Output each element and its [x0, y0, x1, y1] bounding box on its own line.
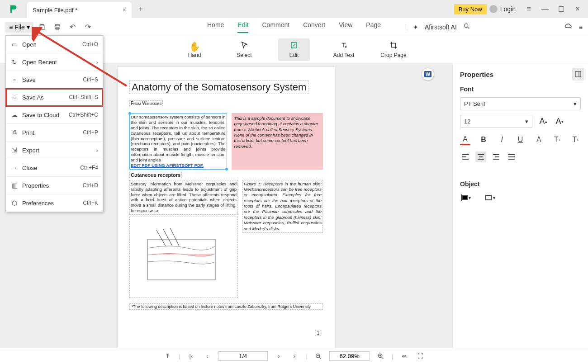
cloud-icon[interactable] [564, 22, 573, 32]
file-dropdown-menu: ▭OpenCtrl+O ↻Open Recent› ▫SaveCtrl+S ▫S… [5, 35, 103, 212]
menu-print[interactable]: ⎙PrintCtrl+P [6, 124, 103, 142]
ai-sparkle-icon: ✦ [413, 24, 418, 31]
properties-icon: ▥ [10, 180, 19, 191]
font-size-select[interactable]: 12 ▾ [460, 115, 532, 128]
page-input[interactable] [218, 351, 268, 361]
edit-icon [290, 41, 298, 51]
avatar-icon [489, 5, 498, 13]
menu-save-to-cloud[interactable]: ☁Save to CloudCtrl+Shift+C [6, 106, 103, 124]
chevron-right-icon: › [96, 59, 98, 66]
cloud-save-icon: ☁ [10, 109, 19, 120]
next-page-icon[interactable]: › [273, 353, 284, 359]
menu-close[interactable]: →CloseCtrl+F4 [6, 159, 103, 177]
login-button[interactable]: Login [500, 5, 516, 13]
align-center-icon[interactable] [475, 151, 486, 162]
menu-open[interactable]: ▭OpenCtrl+O [6, 36, 103, 53]
buy-now-button[interactable]: Buy Now [454, 4, 487, 14]
hamburger-icon[interactable]: ≡ [522, 2, 536, 16]
first-page-icon[interactable]: |‹ [185, 353, 196, 359]
align-right-icon[interactable] [491, 151, 502, 162]
menu-icon: ≡ [9, 24, 13, 31]
tool-select[interactable]: Select [228, 38, 260, 61]
minimize-icon[interactable]: — [538, 2, 552, 16]
properties-title: Properties [460, 71, 581, 78]
quick-save-icon[interactable] [35, 20, 49, 34]
font-section-label: Font [460, 85, 581, 93]
subheading[interactable]: Cutaneous receptors [129, 172, 182, 178]
collapse-panel-icon[interactable] [572, 68, 584, 80]
redo-icon[interactable]: ↷ [81, 20, 95, 34]
scroll-top-icon[interactable]: ⤒ [162, 353, 173, 359]
menu-properties[interactable]: ▥PropertiesCtrl+D [6, 177, 103, 194]
tab-view[interactable]: View [339, 21, 352, 33]
pdf-page[interactable]: Anatomy of the Somatosensory System From… [118, 67, 335, 348]
zoom-out-icon[interactable] [313, 353, 324, 360]
tab-edit[interactable]: Edit [237, 21, 248, 33]
tab-close-icon[interactable]: × [123, 6, 126, 14]
new-tab-button[interactable]: + [132, 0, 150, 18]
figure-caption[interactable]: Figure 1: Receptors in the human skin: M… [242, 180, 323, 233]
tab-home[interactable]: Home [207, 21, 224, 33]
last-page-icon[interactable]: ›| [289, 353, 300, 359]
increase-font-icon[interactable]: A▴ [538, 116, 549, 127]
fit-width-icon[interactable]: ⇔ [398, 353, 409, 359]
superscript-icon[interactable]: T1 [552, 134, 563, 145]
properties-panel: Properties × Font PT Serif ▾ 12 ▾ A▴ A▾ … [452, 63, 588, 348]
menu-open-recent[interactable]: ↻Open Recent› [6, 53, 103, 71]
svg-rect-10 [486, 195, 491, 200]
object-align-icon[interactable]: ▾ [460, 192, 471, 203]
bold-icon[interactable]: B [479, 134, 489, 145]
menu-export[interactable]: ⇲Export› [6, 142, 103, 159]
window-close-icon[interactable]: × [571, 2, 584, 16]
tool-add-text[interactable]: Add Text [328, 38, 360, 61]
collapse-ribbon-icon[interactable]: ≡ [579, 24, 583, 31]
underline-icon[interactable]: U [515, 134, 526, 145]
tab-title: Sample File.pdf * [33, 7, 77, 14]
prev-page-icon[interactable]: ‹ [202, 353, 213, 359]
tool-hand[interactable]: ✋Hand [179, 38, 210, 61]
subscript-icon[interactable]: T1 [570, 134, 581, 145]
file-menu-button[interactable]: ≡ File ▾ [5, 22, 33, 33]
tool-edit[interactable]: Edit [278, 38, 310, 61]
tab-page[interactable]: Page [366, 21, 381, 33]
edit-link-text[interactable]: EDIT PDF USING AFIRSTSOFT PDF. [131, 163, 204, 168]
font-family-select[interactable]: PT Serif ▾ [460, 97, 581, 110]
zoom-in-icon[interactable] [375, 353, 386, 360]
object-section-label: Object [460, 180, 581, 188]
footnote[interactable]: ¹The following description is based on l… [129, 303, 323, 310]
fit-page-icon[interactable]: ⛶ [415, 353, 426, 359]
tab-convert[interactable]: Convert [303, 21, 325, 33]
print-icon[interactable] [51, 20, 64, 34]
font-style-icon[interactable]: A [534, 134, 544, 145]
menubar: ≡ File ▾ ↶ ↷ Home Edit Comment Convert V… [0, 18, 588, 36]
paragraph-block[interactable]: Sensory information from Meissner corpus… [129, 180, 238, 215]
maximize-icon[interactable]: ☐ [555, 2, 568, 16]
undo-icon[interactable]: ↶ [66, 20, 80, 34]
search-icon[interactable] [463, 23, 470, 31]
titlebar: Sample File.pdf * × + Buy Now Login ≡ — … [0, 0, 588, 18]
align-justify-icon[interactable] [506, 151, 517, 162]
zoom-input[interactable] [329, 351, 370, 361]
font-color-icon[interactable]: A [460, 134, 470, 145]
open-icon: ▭ [10, 39, 19, 50]
svg-rect-0 [41, 24, 43, 26]
menu-save[interactable]: ▫SaveCtrl+S [6, 71, 103, 89]
document-tab[interactable]: Sample File.pdf * × [27, 2, 132, 18]
hand-icon: ✋ [189, 41, 200, 51]
object-distribute-icon[interactable]: ▾ [484, 192, 495, 203]
tab-comment[interactable]: Comment [262, 21, 289, 33]
word-export-badge[interactable]: W [422, 68, 434, 80]
ai-button[interactable]: Afirstsoft AI [425, 24, 457, 31]
decrease-font-icon[interactable]: A▾ [554, 116, 565, 127]
callout-box[interactable]: This is a sample document to showcase pa… [232, 113, 323, 170]
align-left-icon[interactable] [460, 151, 471, 162]
selected-text-block[interactable]: Our somatosensory system consists of sen… [129, 113, 227, 170]
tool-crop-page[interactable]: Crop Page [378, 38, 409, 61]
italic-icon[interactable]: I [497, 134, 507, 145]
document-source[interactable]: From Wikibooks [129, 100, 163, 106]
document-title[interactable]: Anatomy of the Somatosensory System [129, 80, 308, 94]
figure-image[interactable] [129, 217, 238, 298]
menu-save-as[interactable]: ▫Save AsCtrl+Shift+S [6, 89, 103, 106]
print-menu-icon: ⎙ [10, 127, 19, 138]
menu-preferences[interactable]: ⬡PreferencesCtrl+K [6, 194, 103, 212]
